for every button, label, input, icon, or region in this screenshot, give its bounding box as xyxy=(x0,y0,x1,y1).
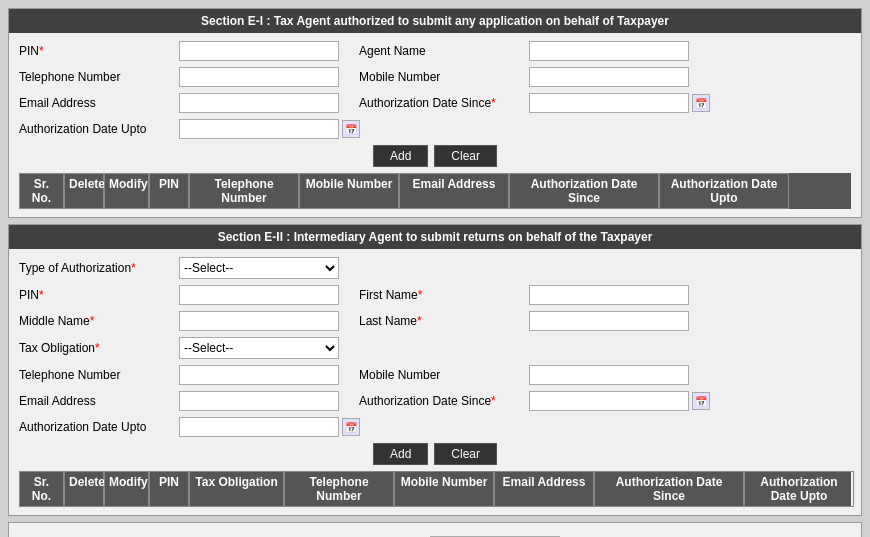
th-auth-since: Authorization Date Since xyxy=(509,173,659,209)
section-e1-header: Section E-I : Tax Agent authorized to su… xyxy=(9,9,861,33)
mobile-input[interactable] xyxy=(529,67,689,87)
auth-upto-calendar-icon[interactable]: 📅 xyxy=(342,120,360,138)
e2-mobile-group: Mobile Number xyxy=(359,365,689,385)
section-e1-title: Section E-I : Tax Agent authorized to su… xyxy=(201,14,669,28)
th-email: Email Address xyxy=(399,173,509,209)
th-auth-upto: Authorization Date Upto xyxy=(659,173,789,209)
last-name-group: Last Name* xyxy=(359,311,689,331)
auth-since-label: Authorization Date Since* xyxy=(359,96,529,110)
th2-modify: Modify xyxy=(104,471,149,507)
e2-auth-upto-label: Authorization Date Upto xyxy=(19,420,179,434)
pin-input[interactable] xyxy=(179,41,339,61)
first-name-label: First Name* xyxy=(359,288,529,302)
type-auth-label: Type of Authorization* xyxy=(19,261,179,275)
e2-email-input[interactable] xyxy=(179,391,339,411)
th-mobile: Mobile Number xyxy=(299,173,399,209)
row-tax-ob: Tax Obligation* --Select-- xyxy=(19,337,851,359)
e2-telephone-input[interactable] xyxy=(179,365,339,385)
row-email-authsince: Email Address Authorization Date Since* … xyxy=(19,93,851,113)
th-pin: PIN xyxy=(149,173,189,209)
mobile-group: Mobile Number xyxy=(359,67,689,87)
th2-tax-obligation: Tax Obligation xyxy=(189,471,284,507)
e2-auth-since-input[interactable] xyxy=(529,391,689,411)
tax-ob-select[interactable]: --Select-- xyxy=(179,337,339,359)
section-e1: Section E-I : Tax Agent authorized to su… xyxy=(8,8,862,218)
row-pin-agentname: PIN* Agent Name xyxy=(19,41,851,61)
captcha-section: ↻ 61 +11 ? = xyxy=(8,522,862,537)
auth-since-group: Authorization Date Since* 📅 xyxy=(359,93,710,113)
e2-auth-since-label: Authorization Date Since* xyxy=(359,394,529,408)
e2-clear-button[interactable]: Clear xyxy=(434,443,497,465)
tax-ob-label: Tax Obligation* xyxy=(19,341,179,355)
th-telephone: Telephone Number xyxy=(189,173,299,209)
row-type-auth: Type of Authorization* --Select-- xyxy=(19,257,851,279)
agent-name-label: Agent Name xyxy=(359,44,529,58)
e1-clear-button[interactable]: Clear xyxy=(434,145,497,167)
section-e2-header: Section E-II : Intermediary Agent to sub… xyxy=(9,225,861,249)
row-middle-last: Middle Name* Last Name* xyxy=(19,311,851,331)
e2-mobile-input[interactable] xyxy=(529,365,689,385)
email-input[interactable] xyxy=(179,93,339,113)
e1-table-header: Sr. No. Delete Modify PIN Telephone Numb… xyxy=(19,173,851,209)
type-auth-select[interactable]: --Select-- xyxy=(179,257,339,279)
telephone-input[interactable] xyxy=(179,67,339,87)
row-authupto: Authorization Date Upto 📅 xyxy=(19,119,851,139)
e2-pin-input[interactable] xyxy=(179,285,339,305)
row-e2-tel-mobile: Telephone Number Mobile Number xyxy=(19,365,851,385)
e2-auth-since-calendar-icon[interactable]: 📅 xyxy=(692,392,710,410)
th2-auth-upto: Authorization Date Upto xyxy=(744,471,854,507)
section-e2: Section E-II : Intermediary Agent to sub… xyxy=(8,224,862,516)
e2-table-header: Sr. No. Delete Modify PIN Tax Obligation… xyxy=(19,471,851,507)
row-e2-authupto: Authorization Date Upto 📅 xyxy=(19,417,851,437)
auth-since-date-wrapper: 📅 xyxy=(529,93,710,113)
agent-name-group: Agent Name xyxy=(359,41,689,61)
telephone-label: Telephone Number xyxy=(19,70,179,84)
th-modify: Modify xyxy=(104,173,149,209)
e2-add-button[interactable]: Add xyxy=(373,443,428,465)
e1-add-button[interactable]: Add xyxy=(373,145,428,167)
last-name-input[interactable] xyxy=(529,311,689,331)
e1-button-row: Add Clear xyxy=(19,145,851,167)
e2-auth-since-date-wrapper: 📅 xyxy=(529,391,710,411)
auth-upto-date-wrapper: 📅 xyxy=(179,119,360,139)
auth-upto-label: Authorization Date Upto xyxy=(19,122,179,136)
middle-name-label: Middle Name* xyxy=(19,314,179,328)
first-name-input[interactable] xyxy=(529,285,689,305)
auth-since-input[interactable] xyxy=(529,93,689,113)
th2-telephone: Telephone Number xyxy=(284,471,394,507)
section-e2-title: Section E-II : Intermediary Agent to sub… xyxy=(218,230,653,244)
first-name-group: First Name* xyxy=(359,285,689,305)
th-delete: Delete xyxy=(64,173,104,209)
mobile-label: Mobile Number xyxy=(359,70,529,84)
e2-email-label: Email Address xyxy=(19,394,179,408)
e2-mobile-label: Mobile Number xyxy=(359,368,529,382)
e2-auth-upto-input[interactable] xyxy=(179,417,339,437)
pin-label: PIN* xyxy=(19,44,179,58)
th2-email: Email Address xyxy=(494,471,594,507)
th2-srno: Sr. No. xyxy=(19,471,64,507)
e2-auth-since-group: Authorization Date Since* 📅 xyxy=(359,391,710,411)
row-tel-mobile: Telephone Number Mobile Number xyxy=(19,67,851,87)
row-pin-firstname: PIN* First Name* xyxy=(19,285,851,305)
e2-button-row: Add Clear xyxy=(19,443,851,465)
th2-delete: Delete xyxy=(64,471,104,507)
auth-upto-input[interactable] xyxy=(179,119,339,139)
email-label: Email Address xyxy=(19,96,179,110)
last-name-label: Last Name* xyxy=(359,314,529,328)
th-srno: Sr. No. xyxy=(19,173,64,209)
e2-auth-upto-calendar-icon[interactable]: 📅 xyxy=(342,418,360,436)
th2-mobile: Mobile Number xyxy=(394,471,494,507)
th2-pin: PIN xyxy=(149,471,189,507)
auth-since-calendar-icon[interactable]: 📅 xyxy=(692,94,710,112)
middle-name-input[interactable] xyxy=(179,311,339,331)
e2-auth-upto-date-wrapper: 📅 xyxy=(179,417,360,437)
e2-telephone-label: Telephone Number xyxy=(19,368,179,382)
row-e2-email-authsince: Email Address Authorization Date Since* … xyxy=(19,391,851,411)
agent-name-input[interactable] xyxy=(529,41,689,61)
e2-pin-label: PIN* xyxy=(19,288,179,302)
th2-auth-since: Authorization Date Since xyxy=(594,471,744,507)
